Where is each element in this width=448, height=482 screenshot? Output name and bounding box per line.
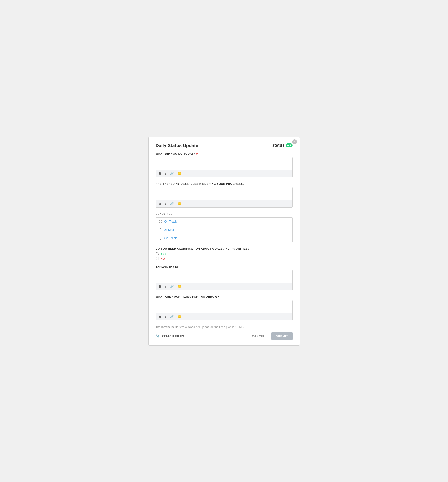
required-star: ★ <box>196 152 199 155</box>
modal-container: Daily Status Update status net × WHAT DI… <box>148 137 300 346</box>
brand-badge: net <box>286 144 293 147</box>
paperclip-icon: 📎 <box>156 334 160 338</box>
clarification-label: DO YOU NEED CLARIFICATION ABOUT GOALS AN… <box>156 247 293 250</box>
explain-toolbar: B I 🔗 🙂 <box>156 283 292 290</box>
what-today-section: WHAT DID YOU DO TODAY?★ B I 🔗 🙂 <box>156 152 293 177</box>
cancel-button[interactable]: CANCEL <box>249 333 268 340</box>
clarification-yes-option[interactable]: YES <box>156 252 293 256</box>
what-today-label: WHAT DID YOU DO TODAY?★ <box>156 152 293 155</box>
emoji-button-4[interactable]: 🙂 <box>177 314 182 319</box>
italic-button-4[interactable]: I <box>164 314 167 319</box>
what-today-toolbar: B I 🔗 🙂 <box>156 170 292 177</box>
deadlines-section: DEADLINES On Track At Risk Off Track <box>156 212 293 242</box>
obstacles-label: ARE THERE ANY OBSTACLES HINDERING YOUR P… <box>156 182 293 185</box>
clarification-radio-yes[interactable] <box>156 252 159 255</box>
deadlines-at-risk-label: At Risk <box>164 228 174 232</box>
italic-button-1[interactable]: I <box>164 171 167 176</box>
plans-label: WHAT ARE YOUR PLANS FOR TOMORROW? <box>156 295 293 298</box>
attach-files-button[interactable]: 📎 ATTACH FILES <box>156 334 184 338</box>
deadlines-radio-off-track[interactable] <box>159 237 162 240</box>
modal-title-block: Daily Status Update <box>156 143 198 148</box>
obstacles-input[interactable] <box>156 187 292 199</box>
footer-actions: CANCEL SUBMIT <box>249 332 293 340</box>
attach-files-label: ATTACH FILES <box>161 335 184 338</box>
bold-button-2[interactable]: B <box>158 201 162 206</box>
clarification-radio-group: YES NO <box>156 252 293 260</box>
explain-label: EXPLAIN IF YES <box>156 265 293 268</box>
modal-header: Daily Status Update status net × <box>156 143 293 148</box>
explain-input[interactable] <box>156 270 292 282</box>
obstacles-section: ARE THERE ANY OBSTACLES HINDERING YOUR P… <box>156 182 293 208</box>
plans-input[interactable] <box>156 300 292 312</box>
link-button-3[interactable]: 🔗 <box>169 284 175 289</box>
link-button-4[interactable]: 🔗 <box>169 314 175 319</box>
obstacles-editor: B I 🔗 🙂 <box>156 187 293 208</box>
close-button[interactable]: × <box>292 139 297 144</box>
obstacles-toolbar: B I 🔗 🙂 <box>156 200 292 207</box>
plans-section: WHAT ARE YOUR PLANS FOR TOMORROW? B I 🔗 … <box>156 295 293 321</box>
deadlines-on-track-label: On Track <box>164 220 177 223</box>
what-today-input[interactable] <box>156 157 292 169</box>
bold-button-4[interactable]: B <box>158 314 162 319</box>
emoji-button-2[interactable]: 🙂 <box>177 201 182 206</box>
brand-text: status <box>272 143 284 148</box>
clarification-no-option[interactable]: NO <box>156 257 293 260</box>
deadlines-radio-at-risk[interactable] <box>159 228 162 231</box>
link-button-2[interactable]: 🔗 <box>169 201 175 206</box>
explain-section: EXPLAIN IF YES B I 🔗 🙂 <box>156 265 293 290</box>
deadlines-radio-on-track[interactable] <box>159 220 162 223</box>
explain-editor: B I 🔗 🙂 <box>156 270 293 290</box>
clarification-no-label: NO <box>161 257 165 260</box>
submit-button[interactable]: SUBMIT <box>271 332 293 340</box>
clarification-radio-no[interactable] <box>156 257 159 260</box>
deadlines-off-track[interactable]: Off Track <box>156 234 293 242</box>
deadlines-on-track[interactable]: On Track <box>156 217 293 225</box>
deadlines-off-track-label: Off Track <box>164 236 177 240</box>
deadlines-label: DEADLINES <box>156 212 293 216</box>
plans-editor: B I 🔗 🙂 <box>156 300 293 321</box>
what-today-editor: B I 🔗 🙂 <box>156 157 293 177</box>
plans-toolbar: B I 🔗 🙂 <box>156 313 292 320</box>
emoji-button-1[interactable]: 🙂 <box>177 171 182 176</box>
modal-title: Daily Status Update <box>156 143 198 148</box>
file-size-note: The maximum file size allowed per upload… <box>156 325 293 329</box>
clarification-yes-label: YES <box>161 252 167 256</box>
italic-button-3[interactable]: I <box>164 284 167 289</box>
bold-button-3[interactable]: B <box>158 284 162 289</box>
emoji-button-3[interactable]: 🙂 <box>177 284 182 289</box>
modal-footer: 📎 ATTACH FILES CANCEL SUBMIT <box>156 332 293 340</box>
link-button-1[interactable]: 🔗 <box>169 171 175 176</box>
brand-logo: status net <box>272 143 293 148</box>
clarification-section: DO YOU NEED CLARIFICATION ABOUT GOALS AN… <box>156 247 293 260</box>
bold-button-1[interactable]: B <box>158 171 162 176</box>
modal-overlay: Daily Status Update status net × WHAT DI… <box>148 137 300 346</box>
deadlines-at-risk[interactable]: At Risk <box>156 225 293 234</box>
deadlines-radio-group: On Track At Risk Off Track <box>156 217 293 242</box>
italic-button-2[interactable]: I <box>164 201 167 206</box>
